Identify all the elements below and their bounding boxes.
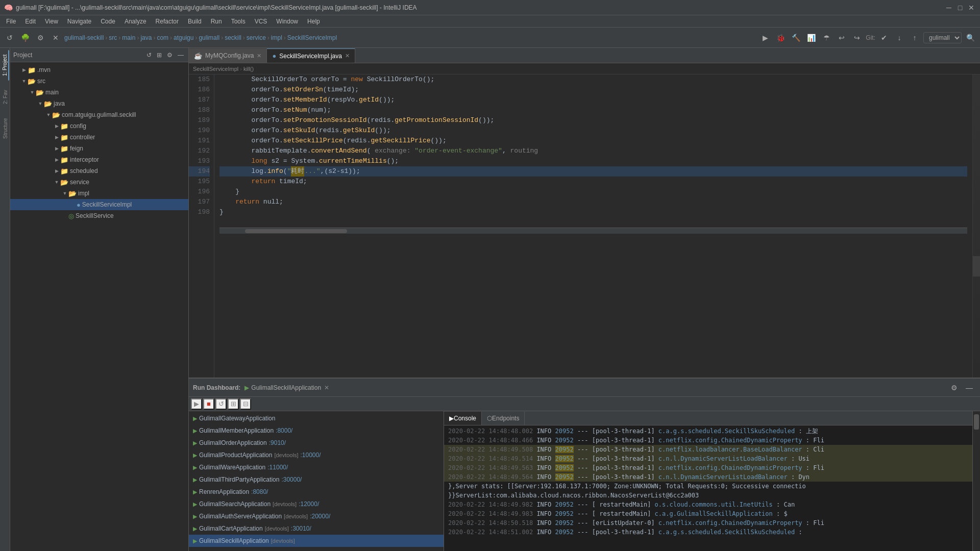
panel-settings-btn[interactable]: ⚙	[947, 381, 961, 394]
breadcrumb-class-name[interactable]: SeckillServiceImpl	[193, 66, 238, 72]
menu-refactor[interactable]: Refactor	[152, 17, 183, 26]
activity-favorites[interactable]: 2: Fav	[1, 82, 9, 112]
tab-seckill-impl[interactable]: ● SeckillServiceImpl.java ✕	[267, 48, 355, 63]
toolbar-git-update[interactable]: ↓	[893, 31, 906, 44]
tree-item-impl[interactable]: ▼ 📂 impl	[10, 188, 188, 199]
breadcrumb-method[interactable]: kill()	[243, 66, 254, 72]
app-auth[interactable]: ▶ GulimallAuthServerApplication [devtool…	[189, 510, 444, 522]
toolbar-git-commit[interactable]: ✔	[877, 31, 891, 44]
class-name[interactable]: c.netflix.config.ChainedDynamicProperty	[658, 437, 802, 444]
toolbar-build-btn[interactable]: 🔨	[789, 31, 802, 44]
tab-mq-config[interactable]: ☕ MyMQConfig.java ✕	[189, 48, 267, 63]
tree-item-service[interactable]: ▼ 📂 service	[10, 177, 188, 188]
tree-item-seckill-impl[interactable]: ● SeckillServiceImpl	[10, 199, 188, 210]
menu-vcs[interactable]: VCS	[251, 17, 272, 26]
toolbar-sync-btn[interactable]: ↺	[3, 31, 16, 44]
right-scrollbar[interactable]	[972, 411, 980, 551]
minimize-button[interactable]: ─	[944, 3, 953, 12]
tree-item-scheduled[interactable]: ▶ 📁 scheduled	[10, 165, 188, 177]
breadcrumb-seckill[interactable]: seckill	[225, 34, 241, 41]
menu-run[interactable]: Run	[207, 17, 226, 26]
class-name[interactable]: c.netflix.config.ChainedDynamicProperty	[658, 519, 802, 527]
toolbar-tree-btn[interactable]: 🌳	[18, 31, 32, 44]
app-ware[interactable]: ▶ GulimallWareApplication :11000/	[189, 461, 444, 473]
branch-select[interactable]: gulimall	[923, 32, 962, 43]
maximize-button[interactable]: □	[955, 3, 965, 12]
app-search[interactable]: ▶ GulimallSearchApplication [devtools] :…	[189, 498, 444, 510]
panel-sync-btn[interactable]: ↺	[145, 51, 153, 60]
toolbar-settings-btn[interactable]: ⚙	[34, 31, 47, 44]
breadcrumb-java[interactable]: java	[140, 34, 152, 41]
tree-item-controller[interactable]: ▶ 📁 controller	[10, 132, 188, 143]
activity-structure[interactable]: Structure	[1, 113, 9, 144]
class-name[interactable]: c.n.l.DynamicServerListLoadBalancer	[658, 473, 788, 481]
app-thirdparty[interactable]: ▶ GulimallThirdPartyApplication :30000/	[189, 473, 444, 486]
menu-edit[interactable]: Edit	[21, 17, 40, 26]
menu-code[interactable]: Code	[96, 17, 119, 26]
breadcrumb-class[interactable]: SeckillServiceImpl	[287, 34, 337, 41]
close-run-tab-btn[interactable]: ✕	[324, 384, 329, 391]
activity-project[interactable]: 1: Project	[1, 50, 9, 81]
toolbar-undo-btn[interactable]: ↩	[835, 31, 848, 44]
app-product[interactable]: ▶ GulimallProductApplication [devtools] …	[189, 449, 444, 461]
class-name[interactable]: c.netflix.loadbalancer.BaseLoadBalancer	[658, 446, 802, 453]
app-order[interactable]: ▶ GulimallOrderApplication :9010/	[189, 437, 444, 449]
panel-close-btn[interactable]: —	[176, 51, 185, 60]
filter-btn[interactable]: ⊟	[240, 398, 251, 410]
grid-btn[interactable]: ⊞	[228, 398, 239, 410]
breadcrumb-gulimall[interactable]: gulimall	[199, 34, 219, 41]
menu-help[interactable]: Help	[303, 17, 324, 26]
app-configured-label[interactable]: ⊟ Configured	[189, 549, 444, 551]
toolbar-redo-btn[interactable]: ↪	[850, 31, 864, 44]
stop-btn[interactable]: ■	[203, 398, 214, 410]
toolbar-debug-btn[interactable]: 🐞	[774, 31, 787, 44]
app-cart[interactable]: ▶ GulimallCartApplication [devtools] :30…	[189, 522, 444, 535]
tab-close-btn[interactable]: ✕	[257, 53, 261, 59]
menu-analyze[interactable]: Analyze	[120, 17, 151, 26]
app-gateway[interactable]: ▶ GulimallGatewayApplication	[189, 412, 444, 424]
toolbar-profile-btn[interactable]: 📊	[804, 31, 818, 44]
panel-settings-btn[interactable]: ⚙	[165, 51, 174, 60]
menu-window[interactable]: Window	[272, 17, 302, 26]
app-member[interactable]: ▶ GulimallMemberApplication :8000/	[189, 424, 444, 437]
run-btn[interactable]: ▶	[191, 398, 202, 410]
panel-minimize-btn[interactable]: —	[963, 381, 976, 394]
console-output[interactable]: 2020-02-22 14:48:48.002 INFO 20952 --- […	[444, 425, 972, 551]
tree-item-feign[interactable]: ▶ 📁 feign	[10, 143, 188, 154]
breadcrumb-project[interactable]: gulimall-seckill	[64, 34, 104, 41]
toolbar-search-btn[interactable]: 🔍	[964, 31, 977, 44]
app-seckill[interactable]: ▶ GulimallSeckillApplication [devtools]	[189, 535, 444, 547]
tree-item-package[interactable]: ▼ 📂 com.atguigu.gulimall.seckill	[10, 109, 188, 120]
tree-item-config[interactable]: ▶ 📁 config	[10, 120, 188, 132]
tab-close-btn[interactable]: ✕	[345, 53, 350, 59]
tree-item-interceptor[interactable]: ▶ 📁 interceptor	[10, 154, 188, 165]
breadcrumb-src[interactable]: src	[109, 34, 117, 41]
tree-item-mvn[interactable]: ▶ 📁 .mvn	[10, 64, 188, 76]
breadcrumb-atguigu[interactable]: atguigu	[174, 34, 193, 41]
class-name[interactable]: o.s.cloud.commons.util.InetUtils	[655, 501, 773, 508]
menu-build[interactable]: Build	[184, 17, 206, 26]
app-renren[interactable]: ▶ RenrenApplication :8080/	[189, 486, 444, 498]
endpoints-tab[interactable]: ⬡ Endpoints	[482, 412, 525, 425]
menu-navigate[interactable]: Navigate	[63, 17, 95, 26]
code-content[interactable]: SeckillOrderTo orderTo = new SeckillOrde…	[214, 74, 972, 378]
class-name[interactable]: c.netflix.config.ChainedDynamicProperty	[658, 464, 802, 471]
toolbar-run-btn[interactable]: ▶	[758, 31, 772, 44]
class-name[interactable]: c.a.g.GulimallSeckillApplication	[655, 510, 773, 517]
close-button[interactable]: ✕	[967, 3, 976, 12]
class-name[interactable]: c.n.l.DynamicServerListLoadBalancer	[658, 455, 788, 462]
menu-file[interactable]: File	[2, 17, 20, 26]
menu-tools[interactable]: Tools	[227, 17, 250, 26]
tree-item-seckill-service[interactable]: ◎ SeckillService	[10, 210, 188, 221]
menu-view[interactable]: View	[41, 17, 62, 26]
console-tab[interactable]: ▶ Console	[444, 412, 482, 425]
tree-item-java[interactable]: ▼ 📂 java	[10, 98, 188, 109]
breadcrumb-service[interactable]: service	[247, 34, 266, 41]
toolbar-git-push[interactable]: ↑	[908, 31, 921, 44]
toolbar-close-btn[interactable]: ✕	[49, 31, 62, 44]
class-name[interactable]: c.a.g.s.scheduled.SeckillSkuScheduled	[658, 529, 795, 536]
class-name[interactable]: c.a.g.s.scheduled.SeckillSkuScheduled	[658, 428, 795, 435]
toolbar-coverage-btn[interactable]: ☂	[820, 31, 833, 44]
breadcrumb-impl[interactable]: impl	[271, 34, 282, 41]
restart-btn[interactable]: ↺	[215, 398, 227, 410]
